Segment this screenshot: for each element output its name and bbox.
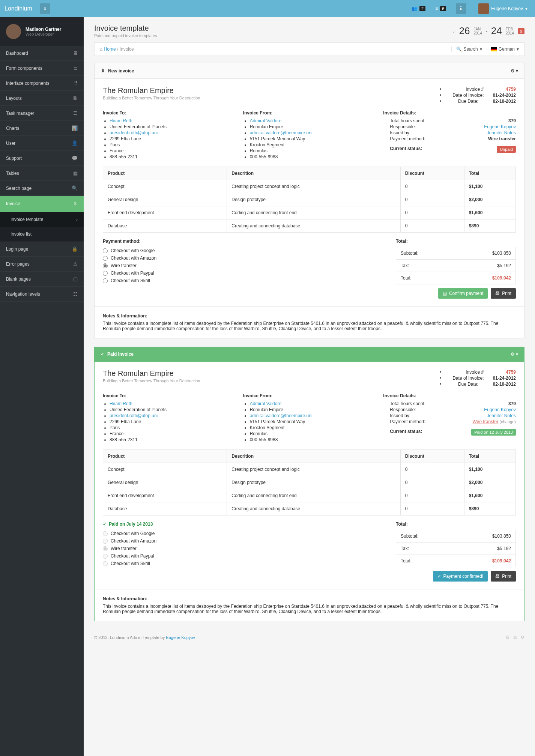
warning-icon: ⚠: [73, 261, 78, 267]
copy-icon: 🗎: [73, 95, 78, 101]
nav-invoice-template[interactable]: Invoice template›: [0, 212, 84, 227]
search-icon: 🔍: [72, 185, 78, 191]
nav-error[interactable]: Error pages⚠: [0, 257, 84, 272]
top-user-name: Eugene Kopyov: [491, 6, 523, 11]
payment-method: Payment method: Checkout with Google Che…: [103, 239, 156, 299]
payment-option[interactable]: Checkout with Paypal: [103, 269, 156, 277]
status-unpaid: Unpaid: [497, 146, 516, 153]
chevron-right-icon: ›: [76, 216, 78, 222]
nav-support[interactable]: Support💬: [0, 151, 84, 166]
sidebar: Madison Gartner Web Developer Dashboard🖥…: [0, 17, 84, 756]
people-icon: 👥: [412, 6, 417, 11]
grid-icon: ⠿: [74, 80, 78, 86]
nav-invoice[interactable]: Invoice＄: [0, 196, 84, 212]
stack-icon: ☷: [73, 291, 78, 297]
topbar: Londinium ≡ 👥2 ≡6 ⠿ Eugene Kopyov ▾: [0, 0, 535, 17]
sidebar-user-role: Web Developer: [26, 32, 61, 36]
print-button[interactable]: 🖶 Print: [491, 571, 516, 582]
invoice-meta: Invoice #4759 Date of Invoice:01-24-2012…: [438, 86, 516, 104]
payment-option[interactable]: Wire transfer: [103, 262, 156, 269]
table-row: General designDesign prototype0$2,000: [103, 476, 516, 489]
crumb-search[interactable]: 🔍Search ▾: [451, 47, 482, 52]
gear-icon[interactable]: ⚙ ▾: [511, 352, 518, 357]
payment-option: Checkout with Google: [103, 530, 156, 537]
sidebar-avatar: [6, 24, 21, 39]
paid-mark: ✓ Paid on July 14 2013: [103, 522, 153, 527]
chevron-down-icon: ▾: [525, 6, 527, 11]
panel-title: New invoice: [108, 68, 134, 74]
items-table: ProductDescritionDiscountTotal ConceptCr…: [103, 167, 516, 233]
status-paid: Paid on 12 July 2013: [471, 429, 516, 436]
date-range[interactable]: ⌄ 26 JAN2014 - 24 FEB2014 9: [452, 25, 524, 37]
sidebar-user[interactable]: Madison Gartner Web Developer: [0, 17, 84, 46]
date-badge: 9: [518, 28, 524, 34]
nav-login[interactable]: Login page🔒: [0, 242, 84, 257]
lock-icon: 🔒: [72, 246, 78, 252]
screen-icon[interactable]: 🖥: [505, 635, 509, 639]
nav-navlev[interactable]: Navigation levels☷: [0, 287, 84, 302]
nav-forms[interactable]: Form components≣: [0, 61, 84, 76]
list-icon: ≡: [435, 6, 438, 11]
nav: Dashboard🖥 Form components≣ Interface co…: [0, 46, 84, 302]
top-list[interactable]: ≡6: [432, 4, 449, 14]
table-row: Front end developmentCoding and connecti…: [103, 489, 516, 502]
brand[interactable]: Londinium: [5, 5, 40, 12]
chevron-down-icon: ⌄: [452, 29, 455, 34]
table-row: ConceptCreating project concept and logi…: [103, 180, 516, 193]
top-people[interactable]: 👥2: [409, 4, 428, 14]
notes: Notes & Information: This invoice contai…: [95, 306, 524, 338]
table-row: ConceptCreating project concept and logi…: [103, 463, 516, 476]
gear-icon[interactable]: ⚙: [521, 635, 524, 639]
payment-option: Checkout with Paypal: [103, 552, 156, 560]
top-user[interactable]: Eugene Kopyov ▾: [475, 1, 530, 16]
panel-title: Paid invoice: [107, 352, 134, 357]
table-row: DatabaseCreating and connecting database…: [103, 219, 516, 233]
page-icon: ▢: [73, 276, 78, 282]
company-name: The Romulan Empire: [103, 369, 200, 378]
nav-interface[interactable]: Interface components⠿: [0, 76, 84, 91]
payment-option[interactable]: Checkout with Skrill: [103, 277, 156, 284]
footer: © 2013. Londinium Admin Template by Euge…: [84, 630, 535, 649]
nav-task[interactable]: Task manager☰: [0, 106, 84, 121]
nav-user[interactable]: User👤: [0, 136, 84, 151]
top-grid[interactable]: ⠿: [453, 1, 472, 16]
content: Invoice template Paid and unpaid invoice…: [84, 17, 535, 756]
nav-tables[interactable]: Tables▦: [0, 166, 84, 181]
nav-invoice-list[interactable]: Invoice list: [0, 227, 84, 242]
search-icon: 🔍: [456, 47, 462, 52]
print-button[interactable]: 🖶 Print: [491, 288, 516, 299]
coin-icon: ＄: [73, 200, 78, 207]
screen-icon: 🖥: [73, 50, 78, 56]
scale-icon[interactable]: ⚖: [513, 635, 517, 639]
breadcrumb-bar: ⌂ Home / Invoice 🔍Search ▾ German ▾: [94, 42, 524, 56]
table-icon: ▦: [73, 170, 78, 176]
panel-paid-invoice: ✓Paid invoice ⚙ ▾ The Romulan Empire Bui…: [94, 347, 524, 621]
coin-icon: ＄: [101, 68, 105, 74]
payment-confirmed-button[interactable]: ✓ Payment confirmed!: [433, 571, 488, 582]
payment-option: Checkout with Amazon: [103, 537, 156, 545]
crumb-lang[interactable]: German ▾: [486, 47, 519, 52]
avatar: [478, 3, 489, 14]
nav-blank[interactable]: Blank pages▢: [0, 272, 84, 287]
user-icon: 👤: [72, 140, 78, 146]
nav-layouts[interactable]: Layouts🗎: [0, 91, 84, 106]
payment-option[interactable]: Checkout with Google: [103, 247, 156, 254]
confirm-payment-button[interactable]: ▤ Confirm payment: [438, 288, 488, 299]
grid-icon: ⠿: [456, 3, 466, 14]
menu-toggle-icon[interactable]: ≡: [40, 3, 50, 14]
payment-option: Wire transfer: [103, 545, 156, 552]
page-subtitle: Paid and unpaid invoice templates: [94, 33, 157, 38]
nav-search[interactable]: Search page🔍: [0, 181, 84, 196]
table-row: DatabaseCreating and connecting database…: [103, 502, 516, 516]
company-slogan: Building a Better Tomorrow Through Your …: [103, 96, 200, 100]
crumb-home[interactable]: Home: [104, 47, 116, 52]
nav-dashboard[interactable]: Dashboard🖥: [0, 46, 84, 61]
totals: Total: Subtotal:$103,850 Tax:$5,192 Tota…: [396, 239, 516, 299]
payment-option[interactable]: Checkout with Amazon: [103, 254, 156, 262]
gear-icon[interactable]: ⚙ ▾: [511, 68, 518, 74]
flag-de-icon: [491, 47, 497, 51]
nav-charts[interactable]: Charts📊: [0, 121, 84, 136]
numlist-icon: ☰: [73, 110, 78, 116]
home-icon: ⌂: [100, 47, 102, 52]
crumb-current: Invoice: [120, 47, 134, 52]
